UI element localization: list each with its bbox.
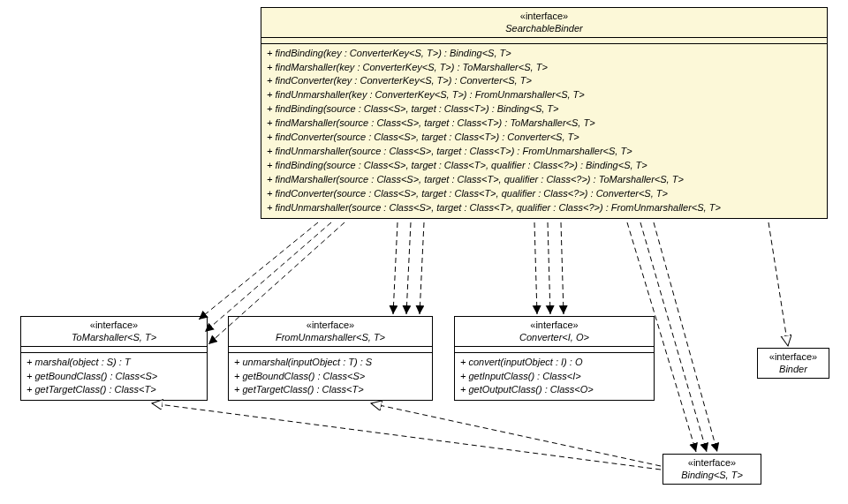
method: + getTargetClass() : Class<T> (234, 383, 427, 397)
method: + findMarshaller(source : Class<S>, targ… (267, 173, 822, 187)
svg-line-4 (406, 222, 411, 314)
method: + findUnmarshaller(key : ConverterKey<S,… (267, 88, 822, 102)
attributes-section (229, 347, 432, 353)
svg-line-8 (561, 222, 564, 314)
stereotype: «interface» (25, 319, 203, 331)
class-header: «interface» Binder (758, 349, 829, 378)
stereotype: «interface» (458, 319, 650, 331)
stereotype: «interface» (667, 456, 757, 469)
svg-line-0 (199, 222, 318, 320)
class-name: FromUnmarshaller<S, T> (232, 331, 428, 343)
method: + findConverter(source : Class<S>, targe… (267, 131, 822, 145)
method: + getInputClass() : Class<I> (460, 370, 648, 384)
class-name: Binding<S, T> (667, 469, 757, 481)
method: + getBoundClass() : Class<S> (234, 370, 427, 384)
class-header: «interface» SearchableBinder (261, 8, 827, 38)
class-header: «interface» Converter<I, O> (455, 317, 654, 347)
svg-line-12 (768, 222, 788, 346)
stereotype: «interface» (265, 10, 823, 22)
stereotype: «interface» (232, 319, 428, 331)
class-name: Binder (761, 363, 825, 375)
method: + getBoundClass() : Class<S> (26, 370, 201, 384)
method: + findConverter(source : Class<S>, targe… (267, 187, 822, 201)
class-binder[interactable]: «interface» Binder (757, 348, 829, 379)
method: + getTargetClass() : Class<T> (26, 383, 201, 397)
class-name: Converter<I, O> (458, 331, 650, 343)
class-binding[interactable]: «interface» Binding<S, T> (662, 454, 761, 485)
methods-section: + convert(inputObject : I) : O + getInpu… (455, 353, 654, 401)
method: + findUnmarshaller(source : Class<S>, ta… (267, 145, 822, 159)
class-searchable-binder[interactable]: «interface» SearchableBinder + findBindi… (261, 7, 828, 219)
class-converter[interactable]: «interface» Converter<I, O> + convert(in… (454, 316, 655, 401)
method: + findBinding(key : ConverterKey<S, T>) … (267, 47, 822, 61)
method: + findMarshaller(source : Class<S>, targ… (267, 117, 822, 131)
svg-line-3 (393, 222, 398, 314)
class-to-marshaller[interactable]: «interface» ToMarshaller<S, T> + marshal… (20, 316, 208, 401)
method: + marshal(object : S) : T (26, 356, 201, 370)
method: + getOutputClass() : Class<O> (460, 383, 648, 397)
class-name: SearchableBinder (265, 22, 823, 34)
attributes-section (455, 347, 654, 353)
methods-section: + unmarshal(inputObject : T) : S + getBo… (229, 353, 432, 401)
svg-line-7 (548, 222, 550, 314)
stereotype: «interface» (761, 350, 825, 363)
svg-line-5 (420, 222, 424, 314)
method: + unmarshal(inputObject : T) : S (234, 356, 427, 370)
attributes-section (261, 38, 827, 44)
class-header: «interface» FromUnmarshaller<S, T> (229, 317, 432, 347)
methods-section: + marshal(object : S) : T + getBoundClas… (21, 353, 207, 401)
method: + findBinding(source : Class<S>, target … (267, 102, 822, 117)
methods-section: + findBinding(key : ConverterKey<S, T>) … (261, 44, 827, 218)
class-from-unmarshaller[interactable]: «interface» FromUnmarshaller<S, T> + unm… (228, 316, 433, 401)
method: + findBinding(source : Class<S>, target … (267, 159, 822, 173)
svg-line-14 (371, 403, 661, 466)
svg-line-13 (152, 403, 661, 470)
method: + findMarshaller(key : ConverterKey<S, T… (267, 61, 822, 75)
svg-line-6 (534, 222, 537, 314)
method: + convert(inputObject : I) : O (460, 356, 648, 370)
class-header: «interface» ToMarshaller<S, T> (21, 317, 207, 347)
method: + findUnmarshaller(source : Class<S>, ta… (267, 201, 822, 215)
class-name: ToMarshaller<S, T> (25, 331, 203, 343)
method: + findConverter(key : ConverterKey<S, T>… (267, 74, 822, 88)
svg-line-11 (654, 222, 717, 452)
class-header: «interface» Binding<S, T> (663, 455, 761, 484)
attributes-section (21, 347, 207, 353)
